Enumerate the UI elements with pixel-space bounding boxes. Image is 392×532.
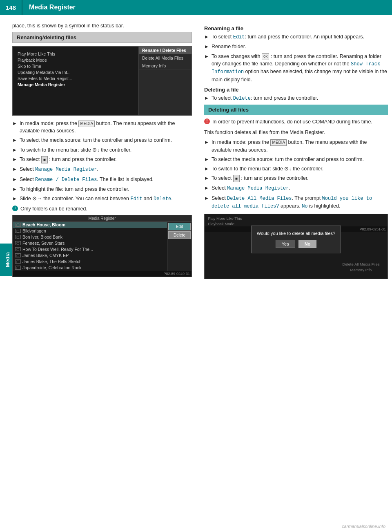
arrow-icon-6: ► (12, 176, 17, 183)
media-button-inline-2: MEDIA (270, 139, 287, 146)
s2-delete-button[interactable]: Delete (168, 231, 191, 239)
bullet-content-2: To select the media source: turn the con… (20, 136, 192, 144)
bullet-da-to-select: ► To select ■ : turn and press the contr… (204, 174, 388, 182)
mono-manage-da: Manage Media Register (227, 186, 289, 191)
s2-row-japandroide: ▢Japandroide, Celebration Rock (13, 265, 167, 271)
left-column: place, this is shown by a symbol in the … (12, 22, 200, 525)
mono-edit: Edit (130, 196, 142, 202)
bullet-content-da6: Select Delete All Media Files. The promp… (212, 194, 388, 210)
header-bar: 148 Media Register (0, 0, 392, 15)
arrow-icon-1: ► (12, 120, 17, 127)
s3-no-button[interactable]: No (298, 240, 317, 248)
intro-text: place, this is shown by a symbol in the … (12, 22, 192, 29)
bullet-da-media-mode: ► In media mode: press the MEDIA button.… (204, 139, 388, 153)
arrow-icon-d1: ► (204, 95, 209, 102)
bullet-to-save-changes: ► To save changes with ok : turn and pre… (204, 53, 388, 83)
bullet-content-3: To switch to the menu bar: slide ⊙↓ the … (20, 146, 192, 154)
arrow-icon-da3: ► (204, 165, 209, 172)
info-content-1: Only folders can be renamed. (20, 205, 192, 212)
deleting-bullets: ► To select Delete: turn and press the c… (204, 94, 388, 102)
arrow-icon-da6: ► (204, 195, 209, 202)
mono-manage-register: Manage Media Register (35, 167, 97, 172)
mono-delete: Delete (154, 196, 171, 202)
media-button-inline: MEDIA (78, 121, 95, 127)
arrow-icon-da4: ► (204, 175, 209, 182)
screenshot-rename-delete-menu: Play More Like This Playback Mode Skip t… (12, 46, 192, 116)
bullet-content-r3: To save changes with ok : turn and press… (212, 53, 388, 83)
screenshot2-caption: P82.89-0249-31 (13, 271, 192, 277)
mono-show-track: Show Track Information (212, 61, 380, 75)
arrow-icon-3: ► (12, 147, 17, 154)
s2-icon-4: ▢ (15, 247, 21, 251)
s3-yes-button[interactable]: Yes (276, 240, 295, 248)
mono-rename-delete: Rename / Delete Files (35, 177, 97, 183)
s2-row-james-blake-1: ▢James Blake, CMYK EP (13, 253, 167, 259)
bullet-highlight-file: ► To highlight the file: turn and press … (12, 186, 192, 193)
s3-dialog-text: Would you like to delete all media files… (256, 231, 336, 236)
mono-edit-r: Edit (233, 34, 245, 40)
warn-icon-1: ! (204, 118, 210, 124)
bullet-da-select-manage: ► Select Manage Media Register. (204, 184, 388, 192)
warning-malfunctions: ! In order to prevent malfunctions, do n… (204, 118, 388, 125)
arrow-icon-da2: ► (204, 156, 209, 163)
right-panel-delete-all: Delete All Media Files (139, 54, 192, 62)
info-only-folders: i Only folders can be renamed. (12, 205, 192, 212)
s3-menu-items: Play More Like This Playback Mode (205, 214, 388, 226)
page-number: 148 (0, 0, 22, 15)
arrow-icon-7: ► (12, 186, 17, 193)
arrow-icon-r3: ► (204, 53, 209, 60)
s2-icon-2: ▢ (15, 235, 21, 239)
bullet-da-switch-menu: ► To switch to the menu bar: slide ⊙↓ th… (204, 165, 388, 172)
renaming-bullets: ► To select Edit: turn and press the con… (204, 33, 388, 83)
mono-delete-all-files: Delete All Media Files (227, 196, 292, 201)
bullet-media-mode: ► In media mode: press the MEDIA button.… (12, 120, 192, 134)
s2-row-icon-active: ▢ (15, 223, 21, 227)
right-column: Renaming a file ► To select Edit: turn a… (200, 22, 388, 525)
bullet-content-da4: To select ■ : turn and press the control… (212, 174, 388, 182)
s2-row-bildvorlagen: ▢Bildvorlagen (13, 228, 167, 234)
right-panel-memory-info: Memory Info (139, 62, 192, 70)
bullet-switch-menu-bar: ► To switch to the menu bar: slide ⊙↓ th… (12, 146, 192, 154)
bullet-select-rename: ► Select Rename / Delete Files. The file… (12, 176, 192, 183)
s3-buttons: Yes No (256, 240, 336, 248)
arrow-icon-8: ► (12, 195, 17, 202)
s2-icon-6: ▢ (15, 259, 21, 264)
bullet-select-manage: ► Select Manage Media Register. (12, 165, 192, 173)
bullet-to-select-edit: ► To select Edit: turn and press the con… (204, 33, 388, 41)
delete-all-bullets: ► In media mode: press the MEDIA button.… (204, 139, 388, 210)
bullet-to-select-delete: ► To select Delete: turn and press the c… (204, 94, 388, 102)
s2-icon-1: ▢ (15, 229, 21, 233)
arrow-icon-r2: ► (204, 43, 209, 50)
bullet-content-d1: To select Delete: turn and press the con… (212, 94, 388, 102)
screenshot-media-register-list: Media Register ▢ Beach House, Bloom ▢Bil… (12, 215, 192, 277)
watermark: carmanualsonline.info (342, 524, 385, 529)
bullet-content-da3: To switch to the menu bar: slide ⊙↓ the … (212, 165, 388, 172)
s2-edit-button[interactable]: Edit (168, 223, 191, 230)
deleting-file-heading: Deleting a file (204, 87, 388, 93)
right-panel: Rename / Delete Files Delete All Media F… (138, 47, 192, 115)
bullet-content-7: To highlight the file: turn and press th… (20, 186, 192, 193)
bullet-content-r1: To select Edit: turn and press the contr… (212, 33, 388, 41)
bullet-slide-controller: ► Slide ⊙→ the controller. You can selec… (12, 195, 192, 203)
s2-row-james-blake-2: ▢James Blake, The Bells Sketch (13, 259, 167, 265)
bullet-to-select-icon: ► To select ■ : turn and press the contr… (12, 156, 192, 163)
bullet-content-6: Select Rename / Delete Files. The file l… (20, 176, 192, 183)
arrow-icon-5: ► (12, 166, 17, 173)
ok-button-inline: ok (262, 53, 270, 60)
right-panel-rename: Rename / Delete Files (139, 47, 192, 54)
page-title: Media Register (22, 4, 76, 11)
s2-icon-5: ▢ (15, 253, 21, 257)
content-area: place, this is shown by a symbol in the … (8, 15, 392, 532)
arrow-icon-4: ► (12, 156, 17, 163)
s2-icon-7: ▢ (15, 266, 21, 270)
section-renaming-deleting-header: Renaming/deleting files (12, 32, 192, 43)
arrow-icon-da1: ► (204, 139, 209, 146)
info-icon-1: i (12, 206, 18, 211)
s2-header: Media Register (13, 215, 192, 222)
side-margin: Media (0, 15, 8, 532)
screenshot-delete-confirm: Play More Like This Playback Mode Would … (204, 214, 388, 279)
bullet-content-1: In media mode: press the MEDIA button. T… (20, 120, 192, 134)
mono-delete-d: Delete (233, 96, 251, 101)
screenshot1-caption: P82.89-0232-31 (13, 115, 192, 116)
s2-row-how-to-dress: ▢How To Dress Well, Ready For The... (13, 246, 167, 253)
